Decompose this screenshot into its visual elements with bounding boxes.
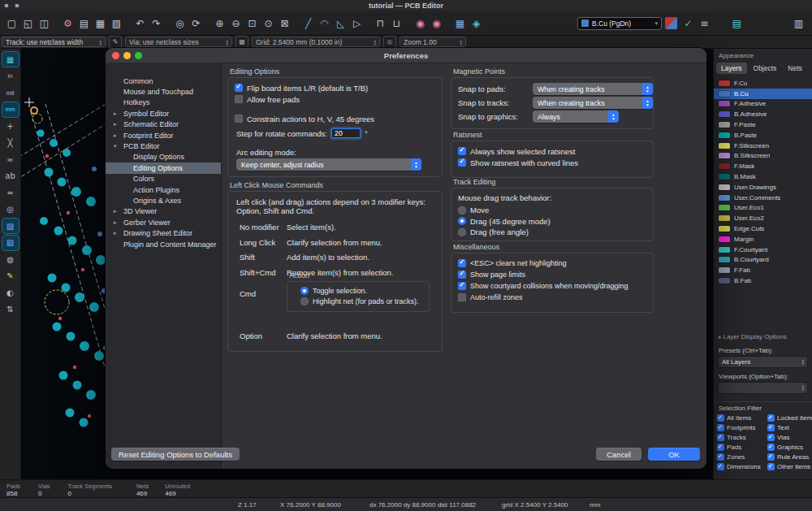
tree-expand-icon[interactable]: ▸ [114, 208, 120, 214]
track-outline-icon[interactable]: ═ [2, 185, 19, 200]
filter-checkbox[interactable] [717, 453, 724, 461]
plot-icon[interactable]: ▧ [109, 15, 124, 31]
layer-color-swatch[interactable] [719, 111, 730, 117]
zoom-presets-icon[interactable]: ◎ [383, 36, 396, 48]
tree-expand-icon[interactable]: ▾ [114, 143, 120, 149]
layer-color-swatch[interactable] [719, 278, 730, 284]
radio-button[interactable] [458, 217, 466, 225]
new-board-icon[interactable]: ▢ [4, 15, 19, 31]
layer-display-options-toggle[interactable]: Layer Display Options [714, 331, 812, 342]
layer-color-swatch[interactable] [719, 143, 730, 149]
appearance-tab[interactable]: Nets [783, 63, 806, 74]
layer-color-swatch[interactable] [719, 153, 730, 158]
radio-button[interactable] [300, 297, 309, 305]
zoom-out-icon[interactable]: ⊖ [228, 15, 244, 31]
checkbox-row[interactable]: Show page limits [451, 269, 653, 280]
tree-item[interactable]: Mouse and Touchpad [106, 86, 221, 97]
units-mm-button[interactable]: mm [2, 102, 19, 117]
tree-item[interactable]: ▸ Footprint Editor [106, 130, 221, 141]
appearance-tab[interactable]: Layers [716, 63, 747, 74]
draw-arc-icon[interactable]: ◠ [317, 15, 332, 31]
selection-filter-item[interactable]: Text [767, 424, 812, 431]
chevron-down-icon[interactable]: ▾ [654, 20, 658, 27]
filter-checkbox[interactable] [717, 444, 724, 451]
layer-row[interactable]: F.Courtyard [714, 245, 812, 255]
selection-filter-item[interactable]: Tracks [717, 434, 767, 441]
checkbox[interactable] [458, 293, 466, 301]
layer-color-swatch[interactable] [719, 195, 730, 201]
tree-item[interactable]: ▸ 3D Viewer [106, 206, 221, 217]
zone-outline-icon[interactable]: ▧ [2, 236, 19, 250]
layer-color-swatch[interactable] [719, 257, 730, 262]
print-icon[interactable]: ▦ [93, 15, 108, 31]
tree-item[interactable]: Editing Options [106, 162, 221, 173]
maximize-button[interactable] [135, 52, 142, 59]
layer-row[interactable]: B.Mask [714, 171, 812, 182]
highlight-net-icon[interactable]: ▷ [349, 15, 365, 31]
tree-item[interactable]: Colors [106, 174, 221, 184]
filter-checkbox[interactable] [717, 434, 724, 441]
measure-icon[interactable]: ◺ [333, 15, 348, 31]
tree-expand-icon[interactable]: ▸ [114, 110, 120, 117]
checkbox-row[interactable]: Always show selected ratsnest [451, 145, 653, 157]
selection-filter-item[interactable]: Graphics [767, 444, 812, 451]
checkbox-row[interactable]: Show courtyard collisions when moving/dr… [451, 280, 653, 292]
ratsnest-icon[interactable]: ╳ [2, 136, 19, 150]
checkbox-row[interactable]: Flip board items L/R (default is T/B) [228, 82, 442, 93]
selection-filter-item[interactable]: Pads [717, 444, 767, 451]
tree-item[interactable]: Display Options [106, 152, 221, 162]
cursor-style-icon[interactable]: + [2, 119, 19, 133]
net-inspector-icon[interactable]: ◉ [429, 15, 444, 31]
filter-checkbox[interactable] [767, 444, 775, 451]
layer-color-swatch[interactable] [719, 174, 730, 180]
layer-color-swatch[interactable] [719, 122, 730, 128]
layer-selector[interactable]: B.Cu (PgDn) ▾ [577, 17, 662, 30]
tree-expand-icon[interactable]: ▸ [114, 132, 120, 139]
layer-row[interactable]: F.Adhesive [714, 99, 812, 110]
checkbox[interactable] [458, 271, 466, 279]
layer-row[interactable]: F.Fab [714, 265, 812, 275]
net-names-icon[interactable]: ab [2, 169, 19, 184]
checkbox-row[interactable]: Auto-refill zones [451, 292, 653, 303]
tree-item[interactable]: ▸ Symbol Editor [106, 108, 221, 119]
layer-row[interactable]: F.Mask [714, 161, 812, 171]
zone-fill-icon[interactable]: ▨ [2, 219, 19, 233]
tree-expand-icon[interactable]: ▸ [114, 219, 120, 226]
checkbox[interactable] [235, 95, 243, 103]
layer-color-swatch[interactable] [719, 267, 730, 273]
tree-item[interactable]: ▸ Drawing Sheet Editor [106, 227, 221, 238]
layer-row[interactable]: F.Cu [714, 78, 812, 89]
filter-checkbox[interactable] [717, 414, 724, 422]
via-size-select[interactable]: Via: use netclass sizes ▴▾ [125, 37, 232, 47]
tree-item[interactable]: ▸ Gerber Viewer [106, 217, 221, 227]
layer-color-swatch[interactable] [719, 215, 730, 221]
route-track-icon[interactable]: ╱ [300, 15, 316, 31]
via-outline-icon[interactable]: ◎ [2, 202, 19, 217]
page-settings-icon[interactable]: ▤ [76, 15, 92, 31]
swap-layers-icon[interactable] [665, 17, 677, 29]
filter-checkbox[interactable] [767, 434, 775, 441]
tree-item[interactable]: Action Plugins [106, 184, 221, 195]
layer-color-swatch[interactable] [719, 132, 730, 138]
zoom-selection-icon[interactable]: ⊠ [277, 15, 292, 31]
filter-checkbox[interactable] [717, 424, 724, 431]
checkbox-row[interactable]: <ESC> clears net highlighting [451, 258, 653, 269]
viewports-select[interactable]: ▴▾ [718, 382, 808, 394]
layer-row[interactable]: User.Comments [714, 193, 812, 203]
checkbox[interactable] [235, 84, 243, 92]
tree-item[interactable]: Hotkeys [106, 97, 221, 108]
curved-ratsnest-icon[interactable]: ≈ [2, 152, 19, 167]
tree-item[interactable]: ▾ PCB Editor [106, 141, 221, 151]
radio-button[interactable] [458, 206, 466, 214]
radio-row[interactable]: Move [451, 205, 653, 216]
selection-filter-item[interactable]: Zones [717, 453, 767, 461]
radio-button[interactable] [458, 228, 466, 236]
presets-select[interactable]: All Layers ▴▾ [718, 356, 808, 368]
layer-color-swatch[interactable] [719, 236, 730, 242]
layers-manager-icon[interactable]: ▤ [729, 15, 745, 31]
layer-row[interactable]: F.Silkscreen [714, 141, 812, 151]
radio-button[interactable] [300, 287, 309, 295]
filter-checkbox[interactable] [767, 414, 775, 422]
grid-settings-icon[interactable]: ▦ [452, 15, 468, 31]
layer-color-swatch[interactable] [719, 205, 730, 210]
